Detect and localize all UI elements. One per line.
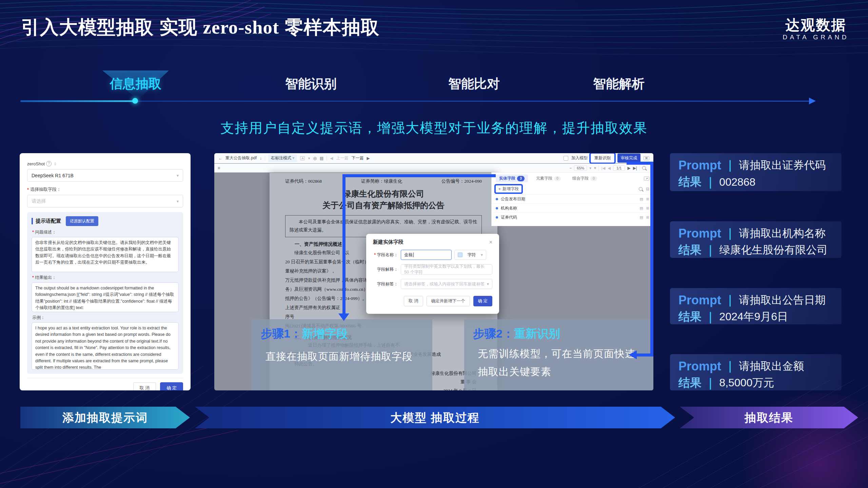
next-page-icon[interactable]: ▶ (627, 166, 630, 170)
callout-arrow-2 (650, 162, 653, 357)
chevron-down-icon: ▾ (487, 282, 489, 286)
export-icon[interactable]: ↗ (644, 177, 649, 181)
field-add-icon[interactable]: ⊞ (646, 215, 649, 220)
step1-prefix: 步骤1： (261, 327, 302, 340)
field-row[interactable]: 机构名称 ▤⊞ (492, 203, 653, 212)
download-icon[interactable]: ↓ (260, 156, 262, 161)
type-swatch-icon (458, 252, 462, 257)
page-layout-icon[interactable]: ▤ (320, 156, 323, 161)
first-page-icon[interactable]: |◀ (601, 166, 605, 170)
chevron-down-icon: ▾ (292, 156, 294, 160)
question-textarea[interactable]: 你非常擅长从给定的文档中抽取出关键信息。请从我给到的文档中把关键信息提取出来，你… (32, 237, 179, 272)
example-textarea[interactable]: I hope you act as a text entity extracti… (32, 322, 179, 370)
tab-element-label: 元素字段 (536, 176, 552, 181)
banner-add-prompt: 添加抽取提示词 (20, 407, 190, 428)
tab-composite-fields[interactable]: 组合字段0 (569, 175, 600, 182)
prev-doc-icon[interactable]: ◀ (330, 156, 333, 161)
page-indicator[interactable]: 1/1 (613, 165, 625, 171)
thumbnails-icon[interactable]: ≡ (218, 166, 220, 170)
prompt-text: 请抽取出公告日期 (739, 293, 826, 308)
prompt-text: 请抽取出金额 (739, 359, 804, 374)
separator: ｜ (725, 359, 735, 374)
output-textarea[interactable]: The output should be a markdown codesnip… (32, 282, 179, 312)
prompt-text: 请抽取出证券代码 (739, 158, 826, 173)
field-note-icon[interactable]: ▤ (639, 197, 643, 201)
panel-header-actions: 加入模型 重新识别 审核完成 ⌘ (564, 154, 649, 163)
extract-field-select[interactable]: 请选择 ▾ (27, 195, 183, 207)
reset-default-button[interactable]: 还原默认配置 (66, 216, 98, 226)
brand-logo-en: DATA GRAND (783, 34, 849, 41)
field-add-icon[interactable]: ⊞ (646, 197, 649, 201)
field-name-value: 金额 (404, 252, 413, 258)
arrow-left-icon (629, 350, 637, 359)
tab-intelligent-recognition[interactable]: 智能识别 (285, 75, 337, 93)
new-entity-field-modal: 新建实体字段 × 字段名称： 金额 字符▾ 字段解释： 字符类型限制中英文数字以… (366, 234, 499, 314)
field-dot-icon (496, 198, 498, 200)
back-icon[interactable]: ← (218, 156, 222, 161)
field-desc-input[interactable]: 字符类型限制中英文数字以及下划线，最长 50 个字符 (401, 264, 492, 274)
result-label: 结果 (678, 174, 702, 190)
close-icon[interactable]: × (489, 239, 492, 245)
zoom-level[interactable]: 65% (574, 165, 587, 171)
tab-intelligent-comparison[interactable]: 智能比对 (448, 75, 500, 93)
modal-cancel-button[interactable]: 取 消 (404, 296, 423, 306)
model-select[interactable]: DeepSeek R1 671B ▾ (27, 169, 183, 182)
modal-confirm-next-button[interactable]: 确定并新增下一个 (427, 296, 470, 306)
divider (327, 156, 327, 161)
zoom-page-controls: − 65% ▾ + |◀ ◀ 1/1 ▶ ▶| (569, 165, 646, 171)
cancel-button[interactable]: 取 消 (133, 382, 156, 390)
review-complete-button[interactable]: 审核完成 (617, 154, 640, 163)
field-note-icon[interactable]: ▤ (639, 215, 643, 220)
separator: ｜ (705, 243, 716, 258)
entity-count-badge: 3 (517, 176, 525, 181)
search-icon[interactable] (642, 166, 646, 170)
last-page-icon[interactable]: ▶| (633, 166, 637, 170)
add-field-button[interactable]: +新增字段 (496, 185, 521, 192)
prev-doc-button[interactable]: 上一篇 (336, 155, 349, 161)
chevron-down-icon: ▾ (481, 252, 483, 257)
step2-description: 无需训练模型，可在当前页面快速抽取出关键要素 (478, 345, 637, 381)
zoom-in-icon[interactable]: + (594, 166, 596, 170)
separator: ｜ (725, 226, 735, 241)
annotation-mode-button[interactable]: 右标注模式 ▾ (268, 154, 297, 162)
next-doc-button[interactable]: 下一篇 (352, 155, 364, 161)
field-name-input[interactable]: 金额 (401, 250, 452, 260)
help-icon[interactable]: ? (46, 161, 52, 166)
field-add-icon[interactable]: ⊞ (646, 206, 649, 210)
field-row[interactable]: 证券代码 ▤⊞ (492, 212, 653, 222)
collapse-icon[interactable]: ⊟ (646, 187, 649, 191)
field-note-icon[interactable]: ▤ (639, 206, 643, 210)
text-style-icon[interactable]: A (300, 156, 305, 160)
eye-icon[interactable]: ◎ (313, 156, 316, 161)
slide: 引入大模型抽取 实现 zero-shot 零样本抽取 达观数据 DATA GRA… (0, 0, 868, 488)
callout-arrow-2 (637, 353, 653, 357)
add-model-checkbox[interactable] (564, 156, 568, 161)
field-tag-placeholder: 请选择标签，或输入内容按下回车新建标签 (404, 281, 485, 287)
tab-intelligent-parsing[interactable]: 智能解析 (593, 75, 645, 93)
prompt-label: Prompt (678, 158, 721, 172)
chevron-down-icon: ▾ (589, 166, 591, 170)
modal-confirm-button[interactable]: 确 定 (473, 296, 492, 306)
reidentify-button[interactable]: 重新识别 (591, 154, 614, 163)
field-type-select[interactable]: 字符▾ (454, 250, 486, 260)
field-label: 证券代码 (501, 215, 517, 220)
shortcut-icon[interactable]: ⌘ (644, 156, 649, 160)
tab-element-fields[interactable]: 元素字段0 (533, 175, 564, 182)
tab-entity-fields[interactable]: 实体字段3 (496, 175, 528, 182)
tab-progress-dot (132, 98, 138, 104)
step1-overlay: 步骤1：新增字段 直接在抽取页面新增待抽取字段 (252, 319, 432, 390)
separator: ｜ (705, 375, 716, 391)
next-doc-icon[interactable]: ▶ (367, 156, 370, 161)
tab-information-extraction[interactable]: 信息抽取 (110, 75, 161, 93)
zeroshot-label: zeroShot ? ： (27, 161, 183, 167)
doc-title: 绿康生化股份有限公司 关于公司自有资产解除抵押的公告 (285, 188, 482, 211)
zoom-out-icon[interactable]: − (569, 166, 572, 170)
tab-composite-label: 组合字段 (572, 176, 589, 181)
search-icon[interactable] (639, 187, 643, 191)
field-row[interactable]: 公告发布日期 ▤⊞ (492, 194, 653, 203)
confirm-button[interactable]: 确 定 (160, 382, 183, 390)
result-label: 结果 (678, 375, 702, 391)
doc-stock-name: 证券简称：绿康生化 (361, 178, 402, 184)
prev-page-icon[interactable]: ◀ (608, 166, 611, 170)
field-tag-select[interactable]: 请选择标签，或输入内容按下回车新建标签▾ (401, 279, 492, 289)
